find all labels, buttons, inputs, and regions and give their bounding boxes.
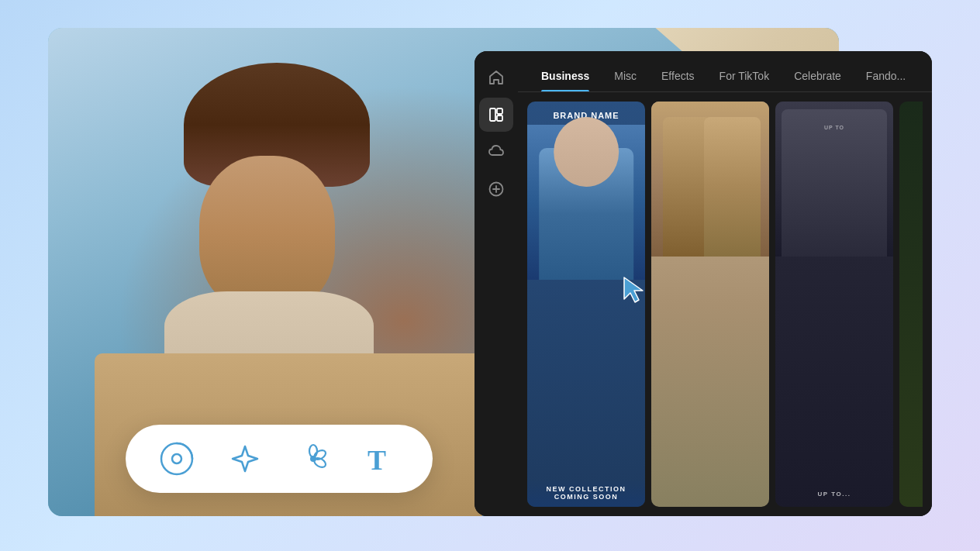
bottom-toolbar: T [126, 425, 433, 493]
right-panel: Business Misc Effects For TikTok Celebra… [474, 51, 932, 516]
add-sidebar-btn[interactable] [479, 172, 513, 206]
svg-text:T: T [368, 445, 386, 476]
tab-celebrate[interactable]: Celebrate [783, 64, 852, 91]
home-sidebar-btn[interactable] [479, 60, 513, 95]
tab-misc[interactable]: Misc [603, 64, 647, 91]
person-face [199, 156, 335, 311]
template-card-partial[interactable] [899, 102, 923, 507]
tab-tiktok[interactable]: For TikTok [709, 64, 781, 91]
svg-point-3 [309, 445, 317, 457]
template-card-3-bg: UP TO [775, 102, 893, 257]
tabs-row: Business Misc Effects For TikTok Celebra… [518, 51, 932, 92]
tab-fandom[interactable]: Fando... [855, 64, 916, 91]
star-effects-icon[interactable] [225, 439, 265, 479]
panel-content: Business Misc Effects For TikTok Celebra… [518, 51, 932, 516]
template-card-1-footer: NEW COLLECTION COMING SOON [527, 479, 645, 507]
svg-rect-8 [497, 108, 502, 114]
tab-business[interactable]: Business [530, 64, 600, 91]
template-card-2[interactable] [651, 102, 769, 507]
cloud-sidebar-btn[interactable] [479, 135, 513, 169]
template-card-1-bg [527, 125, 645, 280]
template-card-2-image [651, 102, 769, 257]
cursor-pointer [618, 274, 649, 305]
svg-point-1 [172, 454, 181, 463]
svg-rect-9 [497, 115, 502, 121]
music-icon[interactable] [157, 439, 197, 479]
filter-icon[interactable] [293, 439, 333, 479]
text-icon[interactable]: T [361, 439, 402, 479]
template-card-1-image [527, 125, 645, 280]
svg-point-5 [312, 456, 327, 469]
svg-rect-7 [490, 108, 495, 121]
template-card-2-bg [651, 102, 769, 257]
sidebar [474, 51, 518, 516]
template-card-3-footer: UP TO... [775, 491, 893, 498]
templates-grid: BRAND NAME NEW COLLECTION COMING SOON [518, 92, 932, 516]
templates-sidebar-btn[interactable] [479, 98, 513, 132]
tab-effects[interactable]: Effects [650, 64, 706, 91]
main-container: T [48, 28, 932, 524]
template-card-3[interactable]: UP TO UP TO... [775, 102, 893, 507]
template-card-3-image: UP TO [775, 102, 893, 257]
